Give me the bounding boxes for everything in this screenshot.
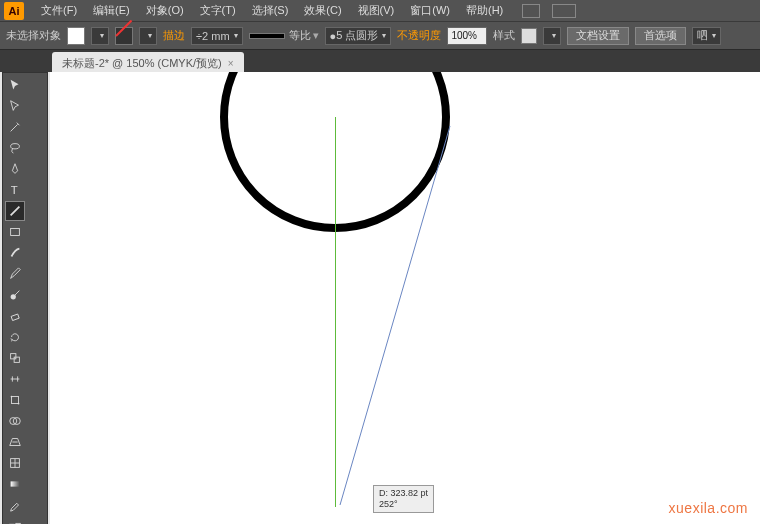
- rectangle-tool[interactable]: [5, 222, 25, 242]
- menu-overflow-1[interactable]: [522, 4, 540, 18]
- stroke-width-value: 2 mm: [202, 30, 230, 42]
- svg-rect-8: [12, 397, 19, 404]
- menu-edit[interactable]: 编辑(E): [86, 1, 137, 20]
- magic-wand-tool[interactable]: [5, 117, 25, 137]
- pencil-tool[interactable]: [5, 264, 25, 284]
- style-dropdown[interactable]: ▾: [543, 27, 561, 45]
- style-swatch[interactable]: [521, 28, 537, 44]
- direct-selection-tool[interactable]: [5, 96, 25, 116]
- menu-help[interactable]: 帮助(H): [459, 1, 510, 20]
- fill-swatch[interactable]: [67, 27, 85, 45]
- svg-text:T: T: [11, 184, 18, 196]
- selection-tool[interactable]: [5, 75, 25, 95]
- svg-rect-14: [11, 481, 20, 486]
- selection-status: 未选择对象: [6, 28, 61, 43]
- svg-rect-6: [11, 354, 16, 359]
- stroke-swatch-none[interactable]: [115, 27, 133, 45]
- app-logo: Ai: [4, 2, 24, 20]
- scale-tool[interactable]: [5, 348, 25, 368]
- stroke-width-field[interactable]: ÷ 2 mm▾: [191, 27, 243, 45]
- measurement-tooltip: D: 323.82 pt 252°: [373, 485, 434, 513]
- svg-point-0: [11, 144, 20, 149]
- svg-line-2: [11, 207, 20, 216]
- fill-dropdown[interactable]: ▾: [91, 27, 109, 45]
- preferences-button[interactable]: 首选项: [635, 27, 686, 45]
- rotate-tool[interactable]: [5, 327, 25, 347]
- style-label: 样式: [493, 28, 515, 43]
- shape-builder-tool[interactable]: [5, 411, 25, 431]
- document-setup-button[interactable]: 文档设置: [567, 27, 629, 45]
- tooltip-distance: D: 323.82 pt: [379, 488, 428, 499]
- lasso-tool[interactable]: [5, 138, 25, 158]
- stroke-swatch-dropdown[interactable]: ▾: [139, 27, 157, 45]
- document-tab-title: 未标题-2* @ 150% (CMYK/预览): [62, 56, 222, 71]
- extra-dropdown[interactable]: 呬▾: [692, 27, 721, 45]
- uniform-label: 等比: [289, 28, 311, 43]
- blob-brush-tool[interactable]: [5, 285, 25, 305]
- opacity-label[interactable]: 不透明度: [397, 28, 441, 43]
- perspective-grid-tool[interactable]: [5, 432, 25, 452]
- menu-effect[interactable]: 效果(C): [297, 1, 348, 20]
- tooltip-angle: 252°: [379, 499, 428, 510]
- width-tool[interactable]: [5, 369, 25, 389]
- menu-overflow-2[interactable]: [552, 4, 576, 18]
- blend-tool[interactable]: [5, 516, 25, 524]
- type-tool[interactable]: T: [5, 180, 25, 200]
- extra-value: 呬: [697, 28, 708, 43]
- stroke-label[interactable]: 描边: [163, 28, 185, 43]
- menu-select[interactable]: 选择(S): [245, 1, 296, 20]
- line-segment-tool[interactable]: [5, 201, 25, 221]
- mesh-tool[interactable]: [5, 453, 25, 473]
- eyedropper-tool[interactable]: [5, 495, 25, 515]
- menu-file[interactable]: 文件(F): [34, 1, 84, 20]
- svg-point-10: [18, 403, 20, 405]
- gradient-tool[interactable]: [5, 474, 25, 494]
- menu-view[interactable]: 视图(V): [351, 1, 402, 20]
- watermark: xuexila.com: [669, 500, 748, 516]
- svg-rect-3: [11, 229, 20, 236]
- opacity-field[interactable]: 100%: [447, 27, 487, 45]
- free-transform-tool[interactable]: [5, 390, 25, 410]
- tools-panel: T: [2, 72, 48, 524]
- eraser-tool[interactable]: [5, 306, 25, 326]
- svg-rect-7: [14, 357, 19, 362]
- document-tab[interactable]: 未标题-2* @ 150% (CMYK/预览) ×: [52, 52, 244, 72]
- control-bar: 未选择对象 ▾ ▾ 描边 ÷ 2 mm▾ 等比▾ ● 5 点圆形▾ 不透明度 1…: [0, 22, 760, 50]
- menubar: Ai 文件(F) 编辑(E) 对象(O) 文字(T) 选择(S) 效果(C) 视…: [0, 0, 760, 22]
- document-tabs: 未标题-2* @ 150% (CMYK/预览) ×: [0, 50, 760, 72]
- brush-value: 5 点圆形: [336, 28, 378, 43]
- stroke-profile[interactable]: 等比▾: [249, 28, 319, 43]
- paintbrush-tool[interactable]: [5, 243, 25, 263]
- vertical-guide: [335, 117, 336, 507]
- menu-window[interactable]: 窗口(W): [403, 1, 457, 20]
- svg-rect-5: [11, 314, 19, 321]
- menu-type[interactable]: 文字(T): [193, 1, 243, 20]
- canvas-area[interactable]: D: 323.82 pt 252°: [50, 72, 760, 524]
- brush-definition[interactable]: ● 5 点圆形▾: [325, 27, 392, 45]
- svg-point-9: [11, 396, 13, 398]
- menu-object[interactable]: 对象(O): [139, 1, 191, 20]
- pen-tool[interactable]: [5, 159, 25, 179]
- close-tab-icon[interactable]: ×: [228, 58, 234, 69]
